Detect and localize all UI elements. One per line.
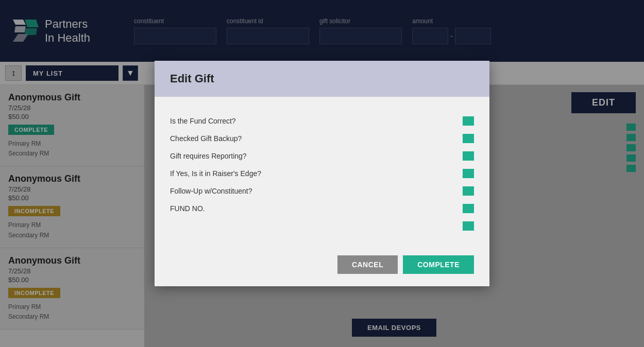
checklist-label-5: FUND NO. — [170, 204, 205, 213]
checklist-label-0: Is the Fund Correct? — [170, 117, 236, 125]
checklist-checkbox-0[interactable] — [463, 116, 474, 126]
checklist-label-1: Checked Gift Backup? — [170, 134, 242, 143]
checklist-row-3: If Yes, Is it in Raiser's Edge? — [170, 165, 474, 182]
checklist-row-0: Is the Fund Correct? — [170, 112, 474, 130]
cancel-button[interactable]: CANCEL — [337, 255, 398, 274]
checklist-checkbox-3[interactable] — [463, 169, 474, 178]
checklist-checkbox-4[interactable] — [463, 186, 474, 196]
checklist-label-3: If Yes, Is it in Raiser's Edge? — [170, 169, 261, 178]
checklist-row-4: Follow-Up w/Constituent? — [170, 182, 474, 200]
checklist-checkbox-1[interactable] — [463, 134, 474, 143]
checklist-checkbox-2[interactable] — [463, 151, 474, 161]
modal-header: Edit Gift — [155, 61, 489, 97]
checklist-row-2: Gift requires Reporting? — [170, 147, 474, 165]
modal-overlay: Edit Gift Is the Fund Correct? Checked G… — [0, 0, 644, 347]
modal-title: Edit Gift — [170, 72, 474, 85]
complete-button[interactable]: COMPLETE — [403, 255, 474, 274]
modal-body: Is the Fund Correct? Checked Gift Backup… — [155, 107, 489, 245]
checklist-row-6 — [170, 217, 474, 235]
checklist-label-4: Follow-Up w/Constituent? — [170, 187, 252, 195]
edit-gift-modal: Edit Gift Is the Fund Correct? Checked G… — [155, 61, 489, 286]
modal-footer: CANCEL COMPLETE — [155, 245, 489, 286]
checklist-checkbox-5[interactable] — [463, 204, 474, 213]
checklist-label-2: Gift requires Reporting? — [170, 152, 247, 160]
checklist-row-5: FUND NO. — [170, 200, 474, 217]
checklist-row-1: Checked Gift Backup? — [170, 130, 474, 147]
checklist-checkbox-6[interactable] — [463, 221, 474, 231]
